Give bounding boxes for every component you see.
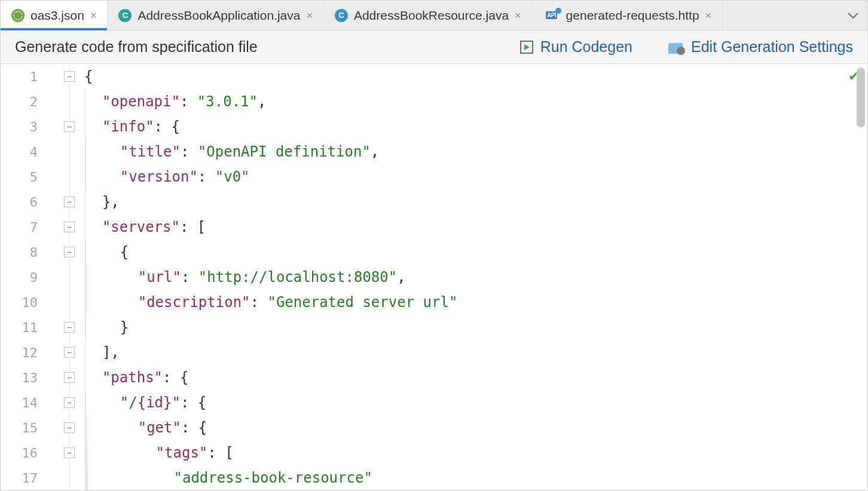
json-punct [85, 394, 120, 411]
line-number: 2 [1, 94, 38, 109]
gutter-row: 15 [1, 415, 69, 440]
line-number: 3 [1, 119, 38, 134]
line-number: 1 [1, 69, 38, 84]
run-codegen-label: Run Codegen [540, 38, 632, 56]
code-line[interactable]: "tags": [ [84, 440, 867, 465]
tab-label: oas3.json [30, 8, 84, 23]
gutter-row: 5 [1, 164, 69, 189]
close-icon[interactable]: × [515, 10, 521, 21]
gutter-row: 2 [1, 89, 69, 114]
line-number: 6 [1, 195, 38, 210]
json-punct [85, 93, 102, 110]
gutter-row: 4 [1, 139, 69, 164]
gutter-row: 16 [1, 440, 69, 465]
line-number: 7 [1, 220, 38, 235]
code-line[interactable]: "description": "Generated server url" [84, 290, 867, 315]
run-codegen-button[interactable]: Run Codegen [520, 38, 632, 56]
json-punct: : [ [180, 219, 206, 235]
json-punct: , [397, 269, 405, 286]
json-punct [86, 419, 138, 436]
json-punct: { [85, 244, 129, 260]
code-line[interactable]: "title": "OpenAPI definition", [84, 139, 867, 164]
tab-oas3-json[interactable]: oas3.json × [1, 1, 108, 30]
line-number: 5 [1, 170, 38, 185]
json-punct [86, 294, 138, 311]
code-editor[interactable]: 1234567891011121314151617 { "openapi": "… [1, 64, 867, 490]
code-line[interactable]: { [84, 64, 867, 89]
gutter-row: 14 [1, 390, 69, 415]
edit-generation-settings-button[interactable]: Edit Generation Settings [668, 38, 853, 56]
json-punct [85, 168, 120, 185]
json-string: "http://localhost:8080" [198, 269, 397, 286]
json-key: "version" [120, 168, 198, 185]
json-punct: : [181, 143, 198, 160]
line-number: 10 [1, 295, 38, 310]
json-punct: : [198, 168, 215, 185]
gutter[interactable]: 1234567891011121314151617 [1, 64, 70, 490]
code-line[interactable]: { [84, 240, 867, 265]
json-punct: ], [85, 344, 120, 361]
java-class-icon: C [118, 9, 132, 22]
json-punct [87, 469, 174, 486]
gutter-row: 3 [1, 114, 69, 139]
json-key: "/{id}" [120, 394, 181, 411]
json-punct: : [180, 93, 197, 110]
code-line[interactable]: }, [84, 189, 867, 214]
json-punct: : [250, 294, 268, 311]
tab-addressbook-resource[interactable]: C AddressBookResource.java × [324, 1, 533, 30]
gutter-row: 9 [1, 265, 69, 290]
tab-addressbook-application[interactable]: C AddressBookApplication.java × [108, 1, 324, 30]
line-number: 17 [1, 471, 38, 486]
chevron-down-icon [848, 12, 858, 19]
http-file-icon: API [543, 9, 560, 22]
close-icon[interactable]: × [90, 10, 97, 21]
vertical-scrollbar[interactable] [857, 67, 865, 127]
java-class-icon: C [335, 9, 348, 22]
json-key: "title" [120, 143, 181, 160]
json-punct [86, 269, 138, 286]
json-punct: : [ [207, 444, 233, 461]
code-line[interactable]: "get": { [84, 415, 867, 440]
json-punct: : { [181, 394, 206, 411]
code-line[interactable]: "url": "http://localhost:8080", [84, 265, 867, 290]
json-punct [85, 118, 102, 135]
json-key: "info" [102, 118, 154, 135]
gutter-row: 12 [1, 340, 69, 365]
code-line[interactable]: "address-book-resource" [84, 465, 867, 490]
json-key: "paths" [102, 369, 163, 386]
line-number: 4 [1, 145, 38, 159]
code-line[interactable]: "paths": { [84, 365, 867, 390]
run-icon [520, 41, 533, 54]
code-line[interactable]: } [84, 315, 867, 340]
tab-generated-requests[interactable]: API generated-requests.http × [533, 1, 723, 30]
json-string: "OpenAPI definition" [198, 143, 371, 160]
line-number: 12 [1, 345, 38, 360]
code-line[interactable]: "/{id}": { [84, 390, 867, 415]
json-key: "openapi" [102, 93, 180, 110]
line-number: 15 [1, 421, 38, 435]
code-area[interactable]: { "openapi": "3.0.1", "info": { "title":… [70, 64, 867, 490]
json-punct: { [84, 68, 93, 85]
settings-folder-icon [668, 41, 684, 54]
code-line[interactable]: "openapi": "3.0.1", [84, 89, 867, 114]
json-punct: , [371, 143, 379, 160]
json-punct: , [258, 93, 266, 110]
close-icon[interactable]: × [306, 10, 313, 21]
json-punct [85, 219, 102, 235]
code-line[interactable]: "info": { [84, 114, 867, 139]
action-bar-title: Generate code from specification file [15, 38, 258, 56]
close-icon[interactable]: × [705, 10, 712, 21]
json-punct [87, 444, 156, 461]
json-string: "v0" [215, 168, 250, 185]
tabs-overflow-button[interactable] [839, 12, 867, 19]
json-key: "tags" [156, 444, 208, 461]
code-line[interactable]: "servers": [ [84, 214, 867, 240]
gutter-row: 1 [1, 64, 69, 89]
json-key: "description" [138, 294, 250, 311]
gutter-row: 7 [1, 214, 69, 240]
code-line[interactable]: ], [84, 340, 867, 365]
gutter-row: 10 [1, 290, 69, 315]
code-line[interactable]: "version": "v0" [84, 164, 867, 189]
swagger-icon [11, 9, 25, 22]
line-number: 11 [1, 320, 38, 335]
